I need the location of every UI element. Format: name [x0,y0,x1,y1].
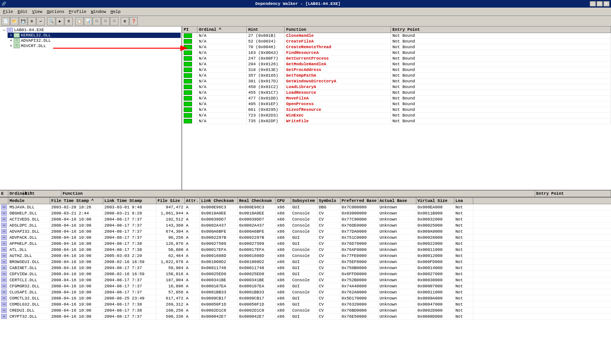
bottom-table-row[interactable]: 3d CLUSAPI.DLL 2008-04-16 10:00 2004-08-… [0,289,611,295]
btd-symbols: CV [318,296,340,301]
menu-help[interactable]: Help [108,9,123,15]
upper-table-row[interactable]: N/A 495 (0x01EF) OpenProcess Not Bound [182,101,611,107]
menu-profile[interactable]: Profile [66,9,88,15]
toolbar-btn12[interactable]: □ [101,17,110,25]
tree-item-advapi32[interactable]: + □ ADVAPI32.DLL [8,38,181,43]
bth-hint[interactable]: Hint [24,191,61,197]
tree-label-kernel32: KERNEL32.DLL [21,33,51,38]
bottom-table-row[interactable]: 3d CERTCLI.DLL 2008-04-16 10:00 2004-08-… [0,277,611,283]
upper-table-row[interactable]: N/A 247 (0x00F7) GetCurrentProcess Not B… [182,56,611,61]
td-pi [182,50,197,55]
bth-actbase[interactable]: Actual Base [378,198,416,204]
upper-table-row[interactable]: N/A 455 (0x01C7) LoadResource Not Bound [182,90,611,96]
btd-filesize: 674,304 [156,229,185,234]
toolbar-new[interactable]: 📄 [2,17,10,25]
tree-expand-kernel32[interactable]: + [8,33,14,38]
toolbar-btn8[interactable]: ⏸ [65,17,73,25]
upper-table-row[interactable]: N/A 70 (0x0046) CreateRemoteThread Not B… [182,44,611,50]
bth-virtsize[interactable]: Virtual Size [416,198,454,204]
th-ordinal[interactable]: Ordinal ^ [197,27,247,33]
bth-filetime[interactable]: File Time Stamp ^ [50,198,103,204]
bth-linkcheck[interactable]: Link Checksum [200,198,238,204]
th-hint[interactable]: Hint [247,27,285,33]
btd-linkcheck: 0x0001BB33 [200,290,238,295]
bottom-table-row[interactable]: 3d CABINET.DLL 2008-04-16 10:00 2004-08-… [0,265,611,271]
bth-prefbase[interactable]: Preferred Base [340,198,378,204]
bth-function[interactable]: Function [61,191,535,197]
bottom-table-row[interactable]: 3d BROWSEUI.DLL 2008-04-16 10:00 2008-02… [0,259,611,265]
bottom-table-row[interactable]: 3d ADSLDPC.DLL 2008-04-16 10:00 2004-08-… [0,222,611,228]
toolbar-btn15[interactable]: ❓ [129,17,138,25]
upper-table-row[interactable]: N/A 318 (0x013E) GetProcAddress Not Boun… [182,67,611,73]
bottom-table-row[interactable]: 3d CDFVIEW.DLL 2008-04-16 10:00 2008-02-… [0,271,611,277]
bottom-table-row[interactable]: 3d MSJAVA.DLL 2003-02-28 18:26 2003-03-0… [0,204,611,210]
upper-table-row[interactable]: N/A 661 (0x0295) SizeofResource Not Boun… [182,107,611,113]
bottom-table-row[interactable]: 3d AUTHZ.DLL 2008-04-16 10:00 2005-03-03… [0,253,611,259]
bth-cpu[interactable]: CPU [276,198,291,204]
toolbar-btn10[interactable]: 📊 [84,17,92,25]
toolbar-btn9[interactable]: 📋 [75,17,83,25]
bth-linktime[interactable]: Link Time Stamp [103,198,156,204]
tree-item-msvcrt[interactable]: + □ MSVCRT.DLL [8,43,181,49]
upper-table-row[interactable]: N/A 294 (0x0126) GetModuleHandleA Not Bo… [182,61,611,67]
close-button[interactable]: × [603,1,609,6]
bth-e[interactable]: E [0,191,8,197]
bottom-table-row[interactable]: 3d CFGMGR32.DLL 2008-04-16 10:00 2004-08… [0,283,611,289]
upper-table-row[interactable]: N/A 450 (0x01C2) LoadLibraryA Not Bound [182,84,611,90]
bottom-table-row[interactable]: 3d COMCTL32.DLL 2008-04-16 10:00 2006-08… [0,295,611,301]
upper-table-row[interactable]: N/A 163 (0x00A3) FindResourceA Not Bound [182,50,611,56]
module-icon: 3d [1,217,7,222]
toolbar-save[interactable]: 💾 [19,17,27,25]
upper-table-row[interactable]: N/A 477 (0x01DD) MoveFileA Not Bound [182,96,611,101]
bottom-table-row[interactable]: 3d ATL.DLL 2008-04-16 10:00 2004-08-17 7… [0,247,611,253]
tree-expand-advapi32[interactable]: + [8,39,14,43]
bth-realcheck[interactable]: Real Checksum [238,198,276,204]
toolbar-btn7[interactable]: ▶ [56,17,64,25]
upper-table-row[interactable]: N/A 381 (0x017D) GetWindowsDirectoryA No… [182,79,611,84]
toolbar-btn13[interactable]: □ [110,17,118,25]
bth-load[interactable]: Loa [454,198,473,204]
bottom-table-row[interactable]: 3d ADVPACK.DLL 2008-04-16 10:00 2004-08-… [0,235,611,241]
tree-expand-msvcrt[interactable]: + [8,44,14,48]
menu-view[interactable]: View [30,9,44,15]
bth-filesize[interactable]: File Size [156,198,185,204]
upper-table-row[interactable]: N/A 357 (0x0165) GetTempPathA Not Bound [182,73,611,79]
btd-virtsize: 0x00011000 [416,247,454,252]
toolbar-btn6[interactable]: 🔍 [47,17,55,25]
bottom-table-row[interactable]: 3d APPHELP.DLL 2008-04-16 10:00 2004-08-… [0,241,611,247]
bth-symbols[interactable]: Symbols [318,198,340,204]
toolbar-btn11[interactable]: □ [93,17,101,25]
tree-expand-root[interactable]: — [2,28,7,32]
upper-table-row[interactable]: N/A 27 (0x001B) CloseHandle Not Bound [182,33,611,39]
btd-linkcheck: 0x00025ED0 [200,271,238,277]
bottom-table-row[interactable]: 3d CREDUI.DLL 2008-04-16 10:00 2004-08-1… [0,307,611,314]
menu-options[interactable]: Options [44,9,66,15]
maximize-button[interactable]: □ [597,1,603,6]
bottom-table-row[interactable]: 3d DBGHELP.DLL 2008-03-21 2:44 2008-03-2… [0,210,611,216]
bottom-table-row[interactable]: 3d CRYPT32.DLL 2008-04-16 10:00 2004-08-… [0,314,611,320]
menu-edit[interactable]: Edit [15,9,30,15]
toolbar-btn4[interactable]: ⚙ [28,17,36,25]
upper-table-row[interactable]: N/A 723 (0x02D3) WinExec Not Bound [182,113,611,118]
bth-ordinal[interactable]: Ordinal ^ [8,191,24,197]
minimize-button[interactable]: _ [590,1,596,6]
th-entry[interactable]: Entry Point [391,27,611,33]
toolbar-btn5[interactable]: ↩ [36,17,45,25]
bth-module[interactable]: Module [8,198,50,204]
bottom-table-row[interactable]: 3d COMDLG32.DLL 2008-04-16 10:00 2004-08… [0,301,611,307]
tree-item-kernel32[interactable]: + □ KERNEL32.DLL [8,33,181,38]
toolbar-btn14[interactable]: ⊞ [121,17,129,25]
bth-attr[interactable]: Attr. [185,198,200,204]
bottom-table-row[interactable]: 3d ADVAPI32.DLL 2008-04-16 10:00 2004-08… [0,228,611,235]
th-function[interactable]: Function [285,27,391,33]
menu-file[interactable]: File [1,9,15,15]
th-pi[interactable]: PI [182,27,197,33]
bth-entry[interactable]: Entry Point [535,191,611,197]
menu-window[interactable]: Window [89,9,109,15]
bth-subsystem[interactable]: Subsystem [291,198,318,204]
upper-table-row[interactable]: N/A 735 (0x02DF) WriteFile Not Bound [182,118,611,124]
upper-table-row[interactable]: N/A 52 (0x0034) CreateFileA Not Bound [182,39,611,44]
bottom-table-row[interactable]: 3d ACTIVEDS.DLL 2008-04-16 10:00 2004-08… [0,216,611,222]
toolbar-open[interactable]: 📂 [10,17,19,25]
tree-item-root[interactable]: — □ LAB01-04.EXE [1,27,181,33]
